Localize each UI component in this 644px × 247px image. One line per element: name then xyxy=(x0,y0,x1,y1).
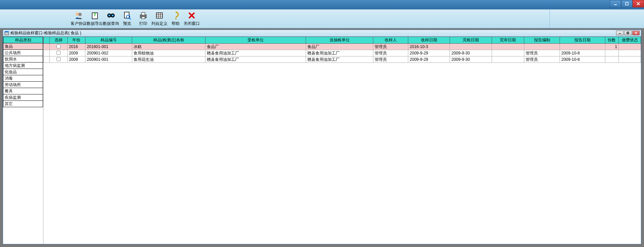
cell-sampler[interactable]: 管理员 xyxy=(373,50,408,56)
cell-name[interactable]: 冰糕 xyxy=(132,44,205,50)
column-header[interactable]: 收样人 xyxy=(373,37,408,44)
toolbar-print-button[interactable]: 打印 xyxy=(135,10,151,28)
cell-adate[interactable] xyxy=(492,50,524,56)
sidebar-item[interactable]: 劳动场所 xyxy=(3,82,43,88)
column-gutter xyxy=(44,37,50,44)
row-checkbox-cell[interactable] xyxy=(49,44,67,50)
row-checkbox-cell[interactable] xyxy=(49,56,67,63)
cell-count[interactable]: 1 xyxy=(605,44,619,50)
cell-year[interactable]: 2009 xyxy=(67,56,85,63)
toolbar-export-button[interactable]: 数据导出 xyxy=(87,10,103,28)
mdi-client-area: 检验样品收样窗口-检验样品总表( 食品 ) 样品类别 食品公共场所饮用水地方病监… xyxy=(0,28,644,247)
sidebar-item[interactable]: 化妆品 xyxy=(3,69,43,75)
cell-adate[interactable] xyxy=(492,56,524,63)
row-gutter xyxy=(44,44,50,50)
column-header[interactable]: 完检日期 xyxy=(450,37,492,44)
cell-rdate[interactable] xyxy=(560,44,605,50)
toolbar-preview-button[interactable]: 预览 xyxy=(119,10,135,28)
cell-fdate[interactable] xyxy=(450,44,492,50)
cell-author[interactable] xyxy=(524,44,560,50)
sidebar-item[interactable]: 公共场所 xyxy=(3,50,43,56)
cell-year[interactable]: 2009 xyxy=(67,50,85,56)
cell-name[interactable]: 食用花生油 xyxy=(132,56,205,63)
cell-count[interactable] xyxy=(605,50,619,56)
toolbar-separator xyxy=(550,9,550,28)
column-header[interactable]: 样品(检测点)名称 xyxy=(132,37,205,44)
sidebar-item[interactable]: 地方病监测 xyxy=(3,63,43,69)
sidebar-item[interactable]: 消毒 xyxy=(3,75,43,82)
cell-send[interactable]: 赣县食用油加工厂 xyxy=(306,50,373,56)
table-row[interactable]: 2009200901-001食用花生油赣县食用油加工厂赣县食用油加工厂管理员20… xyxy=(44,56,641,63)
toolbar-columns-button[interactable]: 列自定义 xyxy=(151,10,167,28)
column-header[interactable]: 受检单位 xyxy=(205,37,306,44)
cell-insp[interactable]: 赣县食用油加工厂 xyxy=(205,56,306,63)
sidebar-item[interactable]: 餐具 xyxy=(3,88,43,94)
column-header[interactable]: 选择 xyxy=(49,37,67,44)
printer-icon xyxy=(139,11,148,20)
cell-send[interactable]: 赣县食用油加工厂 xyxy=(306,56,373,63)
column-header[interactable]: 收样日期 xyxy=(408,37,450,44)
child-window-titlebar[interactable]: 检验样品收样窗口-检验样品总表( 食品 ) xyxy=(3,30,641,37)
cell-fdate[interactable]: 2009-9-30 xyxy=(450,56,492,63)
sidebar-item[interactable]: 疾病监测 xyxy=(3,94,43,101)
column-header[interactable]: 送抽检单位 xyxy=(306,37,373,44)
outer-minimize-button[interactable] xyxy=(610,0,621,7)
toolbar-customer-agreement-button[interactable]: 客户协议 xyxy=(71,10,87,28)
cell-sampler[interactable]: 管理员 xyxy=(373,44,408,50)
cell-count[interactable] xyxy=(605,56,619,63)
cell-code[interactable]: 201601-001 xyxy=(85,44,132,50)
data-grid[interactable]: 选择年份样品编号样品(检测点)名称受检单位送抽检单位收样人收样日期完检日期完审日… xyxy=(43,37,641,244)
cell-send[interactable]: 食品厂 xyxy=(306,44,373,50)
cell-sampler[interactable]: 管理员 xyxy=(373,56,408,63)
column-header[interactable]: 报告日期 xyxy=(560,37,605,44)
table-row[interactable]: 2016201601-001冰糕食品厂食品厂管理员2016-10-31 xyxy=(44,44,641,50)
child-minimize-button[interactable] xyxy=(616,31,623,35)
columns-icon xyxy=(155,11,164,20)
cell-insp[interactable]: 食品厂 xyxy=(205,44,306,50)
cell-fdate[interactable]: 2009-9-30 xyxy=(450,50,492,56)
outer-close-button[interactable] xyxy=(633,0,644,7)
column-header[interactable]: 样品编号 xyxy=(85,37,132,44)
row-gutter xyxy=(44,50,50,56)
child-restore-button[interactable] xyxy=(624,31,632,35)
toolbar-close-window-button[interactable]: 关闭窗口 xyxy=(184,10,200,28)
svg-rect-26 xyxy=(5,31,9,32)
row-checkbox[interactable] xyxy=(56,51,61,55)
row-checkbox[interactable] xyxy=(56,57,61,61)
cell-sdate[interactable]: 2016-10-3 xyxy=(408,44,450,50)
minimize-icon xyxy=(613,2,617,6)
toolbar-label: 关闭窗口 xyxy=(184,21,200,27)
export-icon xyxy=(90,11,100,20)
cell-rdate[interactable]: 2009-10-8 xyxy=(560,50,605,56)
cell-sdate[interactable]: 2009-9-29 xyxy=(408,56,450,63)
cell-name[interactable]: 食用植物油 xyxy=(132,50,205,56)
sidebar-item[interactable]: 其它 xyxy=(3,101,43,107)
column-header[interactable]: 年份 xyxy=(67,37,85,44)
row-checkbox-cell[interactable] xyxy=(49,50,67,56)
cell-author[interactable]: 管理员 xyxy=(524,56,560,63)
cell-pay[interactable] xyxy=(619,44,641,50)
toolbar-help-button[interactable]: 帮助 xyxy=(167,10,184,28)
toolbar-label: 数据查询 xyxy=(103,21,119,27)
cell-adate[interactable] xyxy=(492,44,524,50)
cell-pay[interactable] xyxy=(619,56,641,63)
outer-maximize-button[interactable] xyxy=(621,0,633,7)
cell-code[interactable]: 200901-002 xyxy=(85,50,132,56)
column-header[interactable]: 报告编制 xyxy=(524,37,560,44)
cell-sdate[interactable]: 2009-9-29 xyxy=(408,50,450,56)
sidebar-item[interactable]: 饮用水 xyxy=(3,56,43,63)
child-close-button[interactable] xyxy=(632,31,640,35)
cell-year[interactable]: 2016 xyxy=(67,44,85,50)
column-header[interactable]: 缴费状态 xyxy=(619,37,641,44)
cell-pay[interactable] xyxy=(619,50,641,56)
column-header[interactable]: 完审日期 xyxy=(492,37,524,44)
toolbar-search-button[interactable]: 数据查询 xyxy=(103,10,119,28)
table-row[interactable]: 2009200901-002食用植物油赣县食用油加工厂赣县食用油加工厂管理员20… xyxy=(44,50,641,56)
row-checkbox[interactable] xyxy=(56,44,61,48)
sidebar-item[interactable]: 食品 xyxy=(3,43,43,50)
column-header[interactable]: 份数 xyxy=(605,37,619,44)
cell-code[interactable]: 200901-001 xyxy=(85,56,132,63)
cell-insp[interactable]: 赣县食用油加工厂 xyxy=(205,50,306,56)
cell-author[interactable]: 管理员 xyxy=(524,50,560,56)
cell-rdate[interactable]: 2009-10-8 xyxy=(560,56,605,63)
